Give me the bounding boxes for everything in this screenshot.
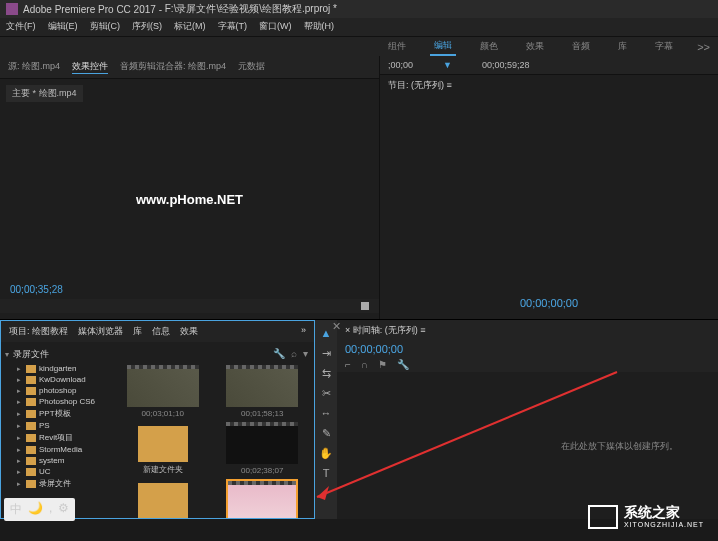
- folder-item[interactable]: ▸UC: [3, 466, 109, 477]
- folder-item[interactable]: ▸photoshop: [3, 385, 109, 396]
- timeline-title[interactable]: × 时间轴: (无序列) ≡: [345, 324, 426, 337]
- workspace-titles[interactable]: 字幕: [651, 38, 677, 55]
- folder-icon: [26, 480, 36, 488]
- folder-root[interactable]: ▾ 录屏文件: [3, 346, 109, 363]
- svg-line-0: [317, 372, 617, 497]
- menu-clip[interactable]: 剪辑(C): [90, 20, 121, 34]
- effect-controls-content: 主要 * 绘图.mp4 www.pHome.NET 00;00;35;28: [0, 79, 379, 319]
- ripple-edit-tool-icon[interactable]: ⇆: [319, 366, 333, 380]
- folder-item[interactable]: ▸StormMedia: [3, 444, 109, 455]
- menu-sequence[interactable]: 序列(S): [132, 20, 162, 34]
- menu-edit[interactable]: 编辑(E): [48, 20, 78, 34]
- menu-markers[interactable]: 标记(M): [174, 20, 206, 34]
- folder-icon: [26, 365, 36, 373]
- source-panel: 源: 绘图.mp4 效果控件 音频剪辑混合器: 绘图.mp4 元数据 主要 * …: [0, 56, 380, 319]
- workspace-libraries[interactable]: 库: [614, 38, 631, 55]
- tab-audio-mixer[interactable]: 音频剪辑混合器: 绘图.mp4: [120, 60, 226, 74]
- media-item[interactable]: 00;02;38;07: [215, 422, 311, 475]
- separator: -: [156, 4, 165, 15]
- chevron-right-icon: ▸: [17, 434, 23, 442]
- menu-title[interactable]: 字幕(T): [218, 20, 248, 34]
- program-label[interactable]: 节目: (无序列) ≡: [380, 75, 718, 96]
- program-ruler: ;00;00 ▼ 00;00;59;28: [380, 56, 718, 75]
- clip-label: 主要 * 绘图.mp4: [6, 85, 83, 102]
- workspace-audio[interactable]: 音频: [568, 38, 594, 55]
- media-item-selected[interactable]: 00;01;32;14: [215, 479, 311, 518]
- ruler-start: ;00;00: [388, 60, 413, 70]
- tab-metadata[interactable]: 元数据: [238, 60, 265, 74]
- tab-libraries[interactable]: 库: [133, 325, 142, 338]
- folder-item[interactable]: ▸PS: [3, 420, 109, 431]
- selection-tool-icon[interactable]: ▲: [319, 326, 333, 340]
- workspace-assembly[interactable]: 组件: [384, 38, 410, 55]
- folder-item[interactable]: ▸kindgarten: [3, 363, 109, 374]
- razor-tool-icon[interactable]: ✂: [319, 386, 333, 400]
- video-thumbnail-selected: [226, 479, 298, 518]
- menu-help[interactable]: 帮助(H): [304, 20, 335, 34]
- tab-effects[interactable]: 效果: [180, 325, 198, 338]
- snap-icon[interactable]: ⌐: [345, 359, 351, 370]
- folder-thumbnail: [138, 426, 188, 462]
- tab-info[interactable]: 信息: [152, 325, 170, 338]
- folder-icon: [26, 410, 36, 418]
- gear-icon[interactable]: ⚙: [58, 501, 69, 518]
- language-icon[interactable]: 中: [10, 501, 22, 518]
- track-select-tool-icon[interactable]: ⇥: [319, 346, 333, 360]
- program-timecode[interactable]: 00;00;00;00: [520, 297, 578, 309]
- watermark-text: www.pHome.NET: [136, 192, 243, 207]
- chevron-right-icon: ▸: [17, 446, 23, 454]
- marker-icon[interactable]: ⚑: [378, 359, 387, 370]
- linked-selection-icon[interactable]: ∩: [361, 359, 368, 370]
- source-ruler[interactable]: [0, 299, 379, 313]
- tab-media-browser[interactable]: 媒体浏览器: [78, 325, 123, 338]
- pen-tool-icon[interactable]: ✎: [319, 426, 333, 440]
- panel-menu-icon[interactable]: »: [301, 325, 306, 338]
- folder-item[interactable]: ▸Revit项目: [3, 431, 109, 444]
- folder-item[interactable]: ▸KwDownload: [3, 374, 109, 385]
- playhead-marker-icon[interactable]: ▼: [443, 60, 452, 70]
- comma-icon[interactable]: ,: [49, 501, 52, 518]
- search-icon[interactable]: ⌕: [291, 348, 297, 359]
- chevron-right-icon: ▸: [17, 480, 23, 488]
- workspace-effects[interactable]: 效果: [522, 38, 548, 55]
- app-name: Adobe Premiere Pro CC 2017: [23, 4, 156, 15]
- chevron-right-icon: ▸: [17, 468, 23, 476]
- type-tool-icon[interactable]: T: [319, 466, 333, 480]
- timeline-timecode[interactable]: 00;00;00;00: [337, 341, 718, 357]
- media-item[interactable]: 新建文件夹: [115, 422, 211, 475]
- folder-item[interactable]: ▸PPT模板: [3, 407, 109, 420]
- menu-window[interactable]: 窗口(W): [259, 20, 292, 34]
- media-item[interactable]: 00;01;58;13: [215, 365, 311, 418]
- timeline-placeholder: 在此处放下媒体以创建序列。: [561, 439, 678, 452]
- hand-tool-icon[interactable]: ✋: [319, 446, 333, 460]
- folder-icon: [26, 457, 36, 465]
- folder-item[interactable]: ▸录屏文件: [3, 477, 109, 490]
- workspace-editing[interactable]: 编辑: [430, 37, 456, 56]
- folder-item[interactable]: ▸Photoshop CS6: [3, 396, 109, 407]
- folder-icon: [26, 387, 36, 395]
- wrench-icon[interactable]: 🔧: [273, 348, 285, 359]
- chevron-right-icon: ▸: [17, 365, 23, 373]
- folder-icon: [26, 446, 36, 454]
- folder-root-label: 录屏文件: [13, 348, 49, 361]
- close-icon[interactable]: ✕: [332, 320, 341, 333]
- media-item[interactable]: 00;03;01;10: [115, 365, 211, 418]
- folder-item[interactable]: ▸system: [3, 455, 109, 466]
- media-label: 新建文件夹: [143, 464, 183, 475]
- workspace-color[interactable]: 颜色: [476, 38, 502, 55]
- media-timecode: 00;02;38;07: [241, 466, 283, 475]
- playhead-icon[interactable]: [361, 302, 369, 310]
- chevron-right-icon: ▸: [17, 387, 23, 395]
- slip-tool-icon[interactable]: ↔: [319, 406, 333, 420]
- moon-icon[interactable]: 🌙: [28, 501, 43, 518]
- timeline-content[interactable]: 在此处放下媒体以创建序列。: [337, 372, 718, 519]
- menu-file[interactable]: 文件(F): [6, 20, 36, 34]
- filter-icon[interactable]: ▾: [303, 348, 308, 359]
- settings-icon[interactable]: 🔧: [397, 359, 409, 370]
- media-item[interactable]: 经验视频: [115, 479, 211, 518]
- source-timecode[interactable]: 00;00;35;28: [10, 284, 63, 295]
- workspace-expand[interactable]: >>: [697, 41, 710, 53]
- tab-source[interactable]: 源: 绘图.mp4: [8, 60, 60, 74]
- tab-effect-controls[interactable]: 效果控件: [72, 60, 108, 74]
- tab-project[interactable]: 项目: 绘图教程: [9, 325, 68, 338]
